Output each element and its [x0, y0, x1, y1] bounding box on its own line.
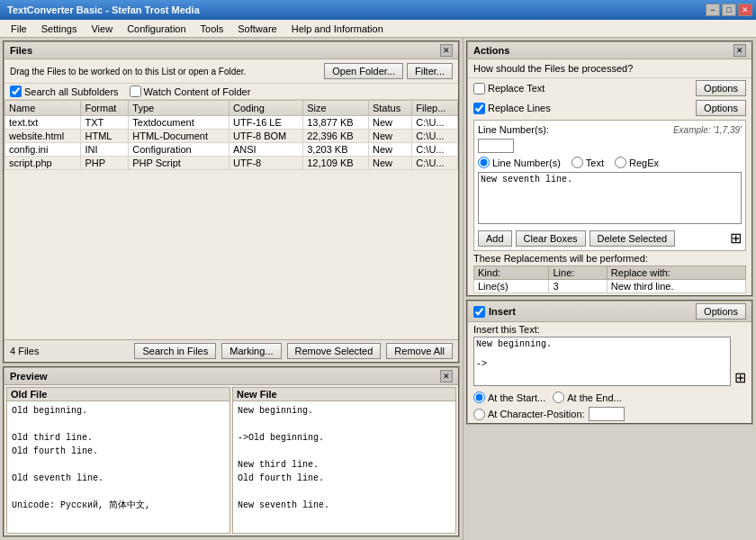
search-subfolders-checkbox[interactable]	[10, 86, 22, 97]
insert-header: Insert Options	[468, 302, 752, 322]
menu-tools[interactable]: Tools	[194, 22, 231, 36]
col-coding[interactable]: Coding	[230, 101, 303, 116]
actions-close-button[interactable]: ✕	[734, 44, 746, 57]
files-section: Files ✕ Drag the Files to be worked on t…	[3, 40, 460, 364]
menu-view[interactable]: View	[84, 22, 120, 36]
table-cell: New	[368, 143, 411, 157]
add-button[interactable]: Add	[478, 230, 512, 247]
add-row-icon[interactable]: ⊞	[730, 230, 742, 247]
delete-selected-button[interactable]: Delete Selected	[590, 230, 676, 247]
table-cell: TXT	[81, 116, 129, 130]
insert-options-row: At the Start... At the End...	[468, 390, 752, 405]
at-start-radio[interactable]	[473, 392, 485, 403]
marking-button[interactable]: Marking...	[221, 343, 281, 359]
table-cell: 22,396 KB	[303, 130, 369, 143]
col-status[interactable]: Status	[368, 101, 411, 116]
insert-options-button[interactable]: Options	[696, 303, 746, 320]
col-filepath[interactable]: Filep...	[412, 101, 458, 116]
menu-settings[interactable]: Settings	[34, 22, 85, 36]
new-file-pane: New File New beginning. ->Old beginning.…	[232, 387, 456, 534]
col-type[interactable]: Type	[129, 101, 230, 116]
search-subfolders-label[interactable]: Search all Subfolders	[10, 86, 119, 97]
table-row[interactable]: script.phpPHPPHP ScriptUTF-812,109 KBNew…	[5, 157, 458, 170]
replace-text-options-button[interactable]: Options	[696, 80, 746, 96]
table-cell: PHP Script	[129, 157, 230, 170]
at-charpos-radio[interactable]	[473, 409, 485, 420]
table-cell: 12,109 KB	[303, 157, 369, 170]
at-start-label[interactable]: At the Start...	[473, 392, 545, 403]
insert-add-icon[interactable]: ⊞	[734, 369, 746, 386]
radio-regex[interactable]	[615, 157, 626, 168]
remove-all-button[interactable]: Remove All	[386, 343, 453, 359]
table-cell: UTF-16 LE	[230, 116, 303, 130]
watch-content-label[interactable]: Watch Content of Folder	[130, 86, 251, 97]
table-cell: C:\U...	[412, 130, 458, 143]
replace-lines-options-button[interactable]: Options	[696, 100, 746, 116]
replace-text-checkbox[interactable]	[473, 83, 485, 94]
replacements-table: Kind: Line: Replace with: Line(s)3New th…	[473, 266, 746, 293]
table-row[interactable]: config.iniINIConfigurationANSI3,203 KBNe…	[5, 143, 458, 157]
at-end-label[interactable]: At the End...	[553, 392, 622, 403]
line-numbers-example: Example: '1,7,39'	[673, 125, 742, 135]
right-panel: Actions ✕ How should the Files be proces…	[464, 38, 756, 540]
table-cell: config.ini	[5, 143, 81, 157]
replace-lines-checkbox[interactable]	[473, 103, 485, 114]
insert-textarea[interactable]: New beginning. ->	[473, 337, 731, 386]
table-cell: website.html	[5, 130, 81, 143]
rl-header: Line Number(s): Example: '1,7,39'	[478, 124, 742, 135]
preview-close-button[interactable]: ✕	[440, 370, 453, 382]
replace-with-textarea[interactable]: New seventh line.	[478, 172, 742, 224]
clear-boxes-button[interactable]: Clear Boxes	[516, 230, 586, 247]
radio-text[interactable]	[572, 157, 583, 168]
rep-table-row[interactable]: Line(s)3New third line.	[474, 280, 746, 293]
preview-title: Preview	[10, 371, 48, 382]
remove-selected-button[interactable]: Remove Selected	[287, 343, 382, 359]
rep-col-kind: Kind:	[474, 266, 549, 280]
replace-lines-label-wrap[interactable]: Replace Lines	[473, 103, 551, 114]
table-cell: C:\U...	[412, 143, 458, 157]
table-cell: script.php	[5, 157, 81, 170]
title-bar: TextConverter Basic - Stefan Trost Media…	[0, 0, 756, 20]
radio-regex-label[interactable]: RegEx	[615, 157, 659, 168]
actions-question: How should the Files be processed?	[468, 59, 752, 78]
menu-configuration[interactable]: Configuration	[120, 22, 193, 36]
table-row[interactable]: website.htmlHTMLHTML-DocumentUTF-8 BOM22…	[5, 130, 458, 143]
watch-content-checkbox[interactable]	[130, 86, 141, 97]
radio-line[interactable]	[478, 157, 490, 168]
minimize-button[interactable]: −	[706, 4, 720, 16]
menu-file[interactable]: File	[4, 22, 34, 36]
replace-lines-label: Replace Lines	[488, 103, 551, 113]
files-close-button[interactable]: ✕	[440, 44, 453, 57]
at-end-radio[interactable]	[553, 392, 564, 403]
rep-table-cell: Line(s)	[474, 280, 549, 293]
rl-buttons: Add Clear Boxes Delete Selected ⊞	[478, 230, 742, 247]
maximize-button[interactable]: □	[722, 4, 736, 16]
rep-col-replace: Replace with:	[607, 266, 745, 280]
filter-button[interactable]: Filter...	[407, 63, 453, 79]
col-size[interactable]: Size	[303, 101, 369, 116]
rep-table-header: Kind: Line: Replace with:	[474, 266, 746, 280]
rep-col-line: Line:	[549, 266, 607, 280]
open-folder-button[interactable]: Open Folder...	[324, 63, 403, 79]
title-text: TextConverter Basic - Stefan Trost Media	[7, 4, 200, 15]
char-pos-input[interactable]: 1	[589, 407, 625, 421]
radio-line-label[interactable]: Line Number(s)	[478, 157, 561, 168]
menu-help[interactable]: Help and Information	[284, 22, 391, 36]
insert-checkbox[interactable]	[473, 306, 485, 318]
search-in-files-button[interactable]: Search in Files	[134, 343, 216, 359]
menu-bar: File Settings View Configuration Tools S…	[0, 20, 756, 38]
replace-text-row: Replace Text Options	[468, 78, 752, 98]
menu-software[interactable]: Software	[230, 22, 284, 36]
replacements-table-section: These Replacements will be performed: Ki…	[473, 253, 746, 293]
main-layout: Files ✕ Drag the Files to be worked on t…	[0, 38, 756, 540]
line-number-input[interactable]: 7	[478, 139, 514, 153]
col-name[interactable]: Name	[5, 101, 81, 116]
old-file-header: Old File	[7, 388, 230, 401]
file-table: Name Format Type Coding Size Status File…	[4, 100, 458, 170]
col-format[interactable]: Format	[81, 101, 129, 116]
table-row[interactable]: text.txtTXTTextdocumentUTF-16 LE13,877 K…	[5, 116, 458, 130]
radio-text-label[interactable]: Text	[572, 157, 604, 168]
close-button[interactable]: ✕	[738, 4, 752, 16]
replace-text-label-wrap[interactable]: Replace Text	[473, 83, 544, 94]
preview-section: Preview ✕ Old File Old beginning. Old th…	[3, 366, 460, 537]
